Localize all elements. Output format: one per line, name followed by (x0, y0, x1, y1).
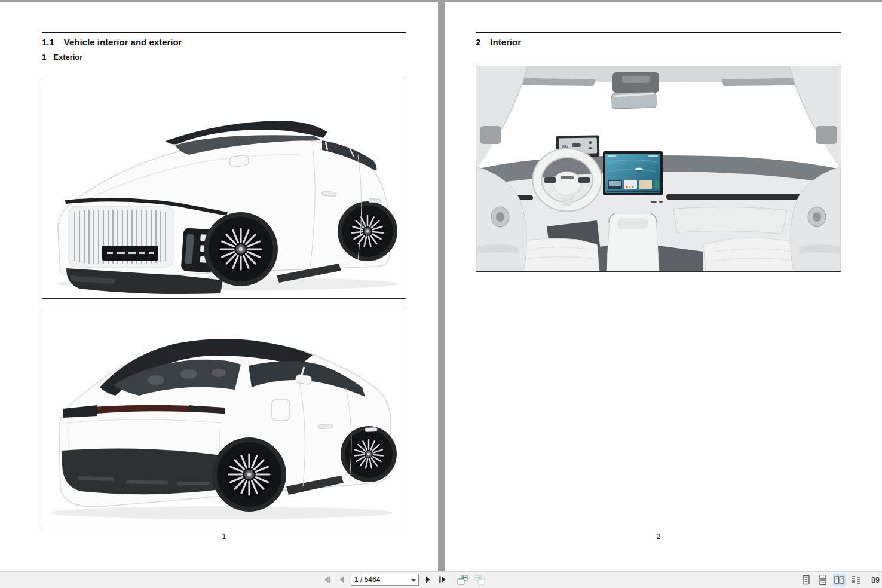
last-page-button[interactable] (437, 574, 449, 586)
single-page-view-button[interactable] (800, 574, 812, 586)
facing-pages-view-button[interactable] (833, 574, 846, 586)
page-number-combobox[interactable] (351, 574, 419, 586)
single-page-view-icon (801, 575, 811, 585)
section-number: 1.1 (42, 37, 54, 47)
first-page-icon (322, 575, 332, 584)
reader-bottom-toolbar: 89 (0, 571, 882, 588)
previous-view-icon (456, 574, 469, 585)
combobox-caret-icon[interactable] (411, 579, 416, 582)
zoom-level-value[interactable]: 89 (871, 576, 880, 584)
last-page-icon (438, 575, 448, 584)
next-page-button[interactable] (422, 574, 434, 586)
suv-rear-illustration (42, 308, 406, 526)
previous-page-button[interactable] (336, 574, 348, 586)
rear-wheel (342, 206, 393, 257)
next-page-icon (423, 575, 433, 584)
rear-wheel (217, 442, 281, 507)
passenger-seat (703, 238, 804, 271)
right-side-mirror (816, 126, 837, 144)
facing-pages-view-icon (834, 575, 844, 585)
center-console (607, 213, 659, 271)
overhead-console (612, 72, 659, 93)
figure-exterior-rear (42, 308, 406, 526)
section-title: Interior (490, 37, 521, 47)
next-view-button[interactable] (473, 574, 487, 586)
front-wheel (345, 430, 393, 478)
section-rule (42, 32, 406, 33)
page-navigation-cluster (321, 574, 487, 586)
center-touchscreen (603, 151, 663, 195)
page-number: 1 (42, 532, 406, 541)
interior-illustration: 86 (476, 66, 841, 271)
figure-exterior-front (42, 78, 406, 299)
continuous-view-button[interactable] (816, 574, 829, 586)
previous-page-icon (337, 575, 347, 584)
facing-continuous-view-icon (851, 575, 861, 585)
document-page-1: 1.1 Vehicle interior and exterior 1 Exte… (0, 2, 438, 571)
section-rule (476, 32, 841, 33)
rear-bumper (62, 448, 228, 494)
first-page-button[interactable] (321, 574, 333, 586)
left-side-mirror (480, 126, 501, 144)
subsection-number: 1 (42, 53, 46, 62)
subsection-title: Exterior (53, 53, 82, 62)
page-layout-cluster: 89 (800, 574, 881, 586)
front-wheel (209, 217, 273, 281)
section-heading: 2 Interior (476, 37, 521, 47)
figure-interior: 86 (476, 66, 841, 272)
pdf-reader-window: { "window": { "workspace_bg": "#9c9ea0",… (0, 0, 882, 588)
suv-front-illustration (42, 78, 406, 298)
app-cards (608, 180, 659, 189)
page-number-input[interactable] (351, 575, 411, 584)
continuous-view-icon (817, 575, 828, 585)
car-status-icon (572, 143, 581, 147)
page-number: 2 (476, 532, 841, 541)
rearview-mirror (612, 92, 657, 109)
document-page-2: 2 Interior (445, 2, 882, 571)
section-heading: 1.1 Vehicle interior and exterior (42, 37, 182, 47)
section-title: Vehicle interior and exterior (64, 37, 182, 47)
section-number: 2 (476, 37, 480, 47)
facing-continuous-view-button[interactable] (850, 574, 862, 586)
previous-view-button[interactable] (455, 574, 470, 586)
subsection-heading: 1 Exterior (42, 53, 82, 62)
next-view-icon (473, 574, 486, 585)
license-plate (102, 246, 158, 261)
